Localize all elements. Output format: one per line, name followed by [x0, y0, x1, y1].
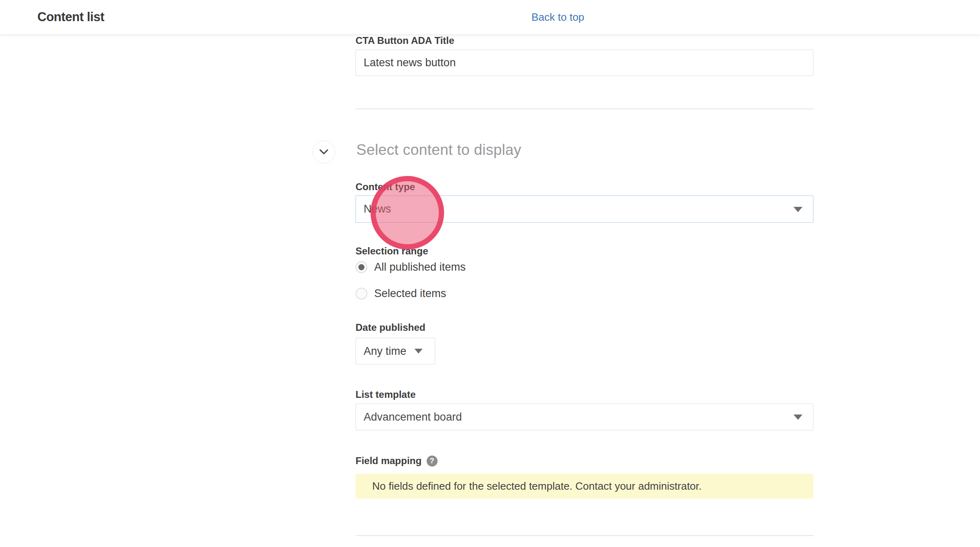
content-type-value: News — [364, 203, 391, 215]
dropdown-arrow-icon — [794, 415, 802, 420]
collapse-section-button[interactable] — [312, 141, 335, 163]
chevron-down-icon — [319, 149, 328, 155]
list-template-select[interactable]: Advancement board — [356, 404, 813, 430]
dropdown-arrow-icon — [794, 207, 802, 212]
radio-selected-icon[interactable] — [356, 261, 367, 273]
help-icon[interactable]: ? — [427, 456, 438, 467]
section-divider — [356, 109, 813, 109]
field-mapping-label: Field mapping — [356, 455, 422, 467]
cta-ada-title-label: CTA Button ADA Title — [356, 35, 454, 46]
radio-selected-items[interactable]: Selected items — [356, 287, 446, 300]
content-type-label: Content type — [356, 181, 415, 193]
selection-range-label: Selection range — [356, 245, 428, 257]
back-to-top-link[interactable]: Back to top — [531, 0, 584, 34]
radio-label: Selected items — [374, 287, 446, 300]
section-heading: Select content to display — [356, 141, 521, 158]
content-type-select[interactable]: News — [356, 195, 813, 223]
date-published-label: Date published — [356, 322, 425, 333]
cta-ada-title-value: Latest news button — [364, 56, 456, 69]
page-title: Content list — [37, 0, 104, 34]
date-published-select[interactable]: Any time — [356, 338, 435, 365]
warning-text: No fields defined for the selected templ… — [372, 480, 702, 493]
top-bar: Content list Back to top — [0, 0, 980, 34]
date-published-value: Any time — [364, 345, 406, 358]
content-list-editor-page: Content list Back to top CTA Button ADA … — [0, 0, 980, 547]
list-template-label: List template — [356, 389, 416, 400]
dropdown-arrow-icon — [414, 349, 423, 354]
field-mapping-warning: No fields defined for the selected templ… — [356, 474, 813, 499]
radio-all-published-items[interactable]: All published items — [356, 260, 466, 274]
field-mapping-row: Field mapping ? — [356, 455, 438, 467]
bottom-divider — [356, 535, 813, 536]
radio-unselected-icon[interactable] — [356, 288, 367, 300]
radio-label: All published items — [374, 261, 466, 274]
cta-ada-title-input[interactable]: Latest news button — [356, 50, 813, 76]
list-template-value: Advancement board — [364, 411, 462, 423]
